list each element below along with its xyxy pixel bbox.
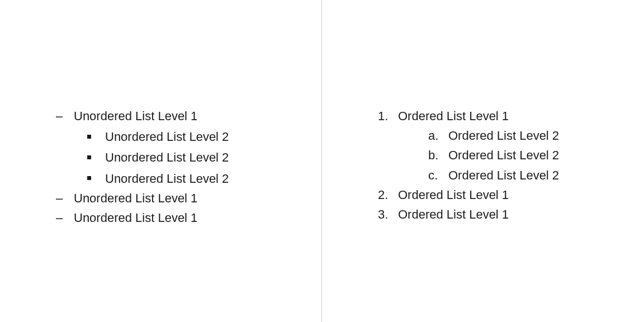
- list-item-text: Unordered List Level 2: [105, 127, 229, 146]
- dash-icon: –: [56, 188, 74, 208]
- list-item: b. Ordered List Level 2: [428, 145, 610, 165]
- ordered-list: 1. Ordered List Level 1 a. Ordered List …: [378, 106, 610, 224]
- list-item: 1. Ordered List Level 1: [378, 106, 610, 126]
- list-item-text: Ordered List Level 1: [398, 205, 509, 224]
- list-item: 2. Ordered List Level 1: [378, 185, 610, 205]
- list-item-text: Unordered List Level 1: [74, 208, 197, 228]
- list-item-text: Unordered List Level 1: [74, 106, 197, 126]
- list-item-text: Unordered List Level 2: [105, 148, 229, 167]
- list-item-text: Unordered List Level 2: [105, 169, 229, 188]
- list-item-text: Ordered List Level 1: [398, 185, 509, 205]
- list-item: Unordered List Level 2: [87, 169, 288, 188]
- letter-marker: c.: [428, 165, 448, 185]
- square-bullet-icon: [87, 126, 105, 145]
- number-marker: 3.: [378, 205, 398, 224]
- square-bullet-icon: [87, 168, 105, 187]
- list-item-text: Unordered List Level 1: [74, 188, 197, 208]
- number-marker: 1.: [378, 106, 398, 126]
- list-item: – Unordered List Level 1: [56, 188, 288, 208]
- list-item: a. Ordered List Level 2: [428, 126, 610, 145]
- letter-marker: a.: [428, 126, 448, 145]
- unordered-list: – Unordered List Level 1 Unordered List …: [56, 106, 288, 228]
- dash-icon: –: [56, 208, 74, 228]
- list-item: c. Ordered List Level 2: [428, 165, 610, 185]
- list-item-text: Ordered List Level 2: [448, 145, 559, 165]
- letter-marker: b.: [428, 145, 448, 165]
- number-marker: 2.: [378, 185, 398, 205]
- list-item: – Unordered List Level 1: [56, 106, 288, 126]
- list-item: Unordered List Level 2: [87, 127, 288, 146]
- unordered-list-column: – Unordered List Level 1 Unordered List …: [0, 0, 322, 322]
- list-item-text: Ordered List Level 2: [448, 126, 559, 145]
- nested-list: a. Ordered List Level 2 b. Ordered List …: [378, 126, 610, 185]
- nested-list: Unordered List Level 2 Unordered List Le…: [56, 127, 288, 188]
- square-bullet-icon: [87, 146, 105, 166]
- dash-icon: –: [56, 106, 74, 126]
- list-item: Unordered List Level 2: [87, 148, 288, 167]
- list-item: – Unordered List Level 1: [56, 208, 288, 228]
- ordered-list-column: 1. Ordered List Level 1 a. Ordered List …: [322, 0, 644, 322]
- list-item-text: Ordered List Level 2: [448, 165, 559, 185]
- list-item: 3. Ordered List Level 1: [378, 205, 610, 224]
- list-item-text: Ordered List Level 1: [398, 106, 509, 126]
